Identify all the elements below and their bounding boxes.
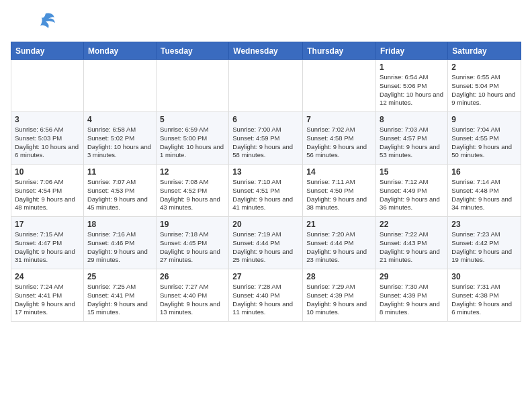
calendar-cell: 30Sunrise: 7:31 AM Sunset: 4:38 PM Dayli… [448,269,521,322]
day-info: Sunrise: 7:04 AM Sunset: 4:55 PM Dayligh… [451,126,517,160]
day-of-week-header: Monday [83,42,156,60]
calendar-cell: 28Sunrise: 7:29 AM Sunset: 4:39 PM Dayli… [303,269,376,322]
day-number: 26 [160,272,225,281]
day-of-week-header: Sunday [11,42,84,60]
calendar-week-row: 17Sunrise: 7:15 AM Sunset: 4:47 PM Dayli… [11,217,521,269]
day-number: 25 [87,272,152,281]
day-number: 28 [306,272,372,281]
calendar-cell: 22Sunrise: 7:22 AM Sunset: 4:43 PM Dayli… [376,217,448,269]
calendar-cell [11,60,84,112]
day-number: 16 [451,167,517,177]
day-info: Sunrise: 7:00 AM Sunset: 4:59 PM Dayligh… [232,126,299,160]
day-info: Sunrise: 7:19 AM Sunset: 4:44 PM Dayligh… [232,230,299,265]
day-number: 29 [380,272,444,281]
calendar-week-row: 10Sunrise: 7:06 AM Sunset: 4:54 PM Dayli… [11,165,521,217]
page-header [11,11,521,35]
day-info: Sunrise: 7:02 AM Sunset: 4:58 PM Dayligh… [306,126,372,160]
day-number: 18 [87,220,152,229]
day-number: 14 [306,167,372,177]
day-info: Sunrise: 7:06 AM Sunset: 4:54 PM Dayligh… [15,178,80,212]
day-info: Sunrise: 7:11 AM Sunset: 4:50 PM Dayligh… [306,178,372,212]
day-number: 13 [232,167,299,177]
calendar-cell: 17Sunrise: 7:15 AM Sunset: 4:47 PM Dayli… [11,217,84,269]
day-info: Sunrise: 7:07 AM Sunset: 4:53 PM Dayligh… [87,178,152,212]
day-of-week-header: Friday [376,42,448,60]
day-of-week-header: Tuesday [156,42,228,60]
day-number: 8 [380,115,444,124]
day-number: 9 [451,115,517,124]
day-number: 20 [232,220,299,229]
day-info: Sunrise: 7:31 AM Sunset: 4:38 PM Dayligh… [451,283,517,317]
day-info: Sunrise: 7:23 AM Sunset: 4:42 PM Dayligh… [451,230,517,265]
day-number: 17 [15,220,80,229]
day-number: 7 [306,115,372,124]
day-info: Sunrise: 7:20 AM Sunset: 4:44 PM Dayligh… [306,230,372,265]
logo [11,11,60,35]
calendar-cell: 12Sunrise: 7:08 AM Sunset: 4:52 PM Dayli… [156,165,228,217]
day-number: 23 [451,220,517,229]
day-info: Sunrise: 6:59 AM Sunset: 5:00 PM Dayligh… [160,126,225,160]
calendar-cell: 9Sunrise: 7:04 AM Sunset: 4:55 PM Daylig… [448,112,521,165]
calendar-cell: 21Sunrise: 7:20 AM Sunset: 4:44 PM Dayli… [303,217,376,269]
day-of-week-header: Wednesday [229,42,303,60]
calendar-table: SundayMondayTuesdayWednesdayThursdayFrid… [11,42,521,322]
day-number: 4 [87,115,152,124]
day-info: Sunrise: 7:14 AM Sunset: 4:48 PM Dayligh… [451,178,517,212]
calendar-cell: 26Sunrise: 7:27 AM Sunset: 4:40 PM Dayli… [156,269,228,322]
calendar-cell: 11Sunrise: 7:07 AM Sunset: 4:53 PM Dayli… [83,165,156,217]
day-info: Sunrise: 7:25 AM Sunset: 4:41 PM Dayligh… [87,283,152,317]
day-info: Sunrise: 7:08 AM Sunset: 4:52 PM Dayligh… [160,178,225,212]
day-number: 22 [380,220,444,229]
calendar-cell: 24Sunrise: 7:24 AM Sunset: 4:41 PM Dayli… [11,269,84,322]
calendar-cell: 27Sunrise: 7:28 AM Sunset: 4:40 PM Dayli… [229,269,303,322]
day-info: Sunrise: 7:15 AM Sunset: 4:47 PM Dayligh… [15,230,80,265]
calendar-cell: 18Sunrise: 7:16 AM Sunset: 4:46 PM Dayli… [83,217,156,269]
day-number: 6 [232,115,299,124]
calendar-cell: 13Sunrise: 7:10 AM Sunset: 4:51 PM Dayli… [229,165,303,217]
day-number: 1 [380,62,444,72]
day-info: Sunrise: 7:12 AM Sunset: 4:49 PM Dayligh… [380,178,444,212]
day-info: Sunrise: 7:27 AM Sunset: 4:40 PM Dayligh… [160,283,225,317]
calendar-cell: 6Sunrise: 7:00 AM Sunset: 4:59 PM Daylig… [229,112,303,165]
day-number: 5 [160,115,225,124]
day-number: 30 [451,272,517,281]
calendar-cell: 5Sunrise: 6:59 AM Sunset: 5:00 PM Daylig… [156,112,228,165]
calendar-cell: 29Sunrise: 7:30 AM Sunset: 4:39 PM Dayli… [376,269,448,322]
day-info: Sunrise: 7:30 AM Sunset: 4:39 PM Dayligh… [380,283,444,317]
calendar-cell [83,60,156,112]
calendar-week-row: 3Sunrise: 6:56 AM Sunset: 5:03 PM Daylig… [11,112,521,165]
day-info: Sunrise: 7:22 AM Sunset: 4:43 PM Dayligh… [380,230,444,265]
day-info: Sunrise: 7:29 AM Sunset: 4:39 PM Dayligh… [306,283,372,317]
calendar-cell: 7Sunrise: 7:02 AM Sunset: 4:58 PM Daylig… [303,112,376,165]
calendar-cell [229,60,303,112]
calendar-cell: 10Sunrise: 7:06 AM Sunset: 4:54 PM Dayli… [11,165,84,217]
day-number: 2 [451,62,517,72]
day-info: Sunrise: 7:10 AM Sunset: 4:51 PM Dayligh… [232,178,299,212]
day-info: Sunrise: 6:55 AM Sunset: 5:04 PM Dayligh… [451,73,517,107]
calendar-cell: 1Sunrise: 6:54 AM Sunset: 5:06 PM Daylig… [376,60,448,112]
calendar-cell [303,60,376,112]
logo-icon [11,11,58,35]
day-info: Sunrise: 7:16 AM Sunset: 4:46 PM Dayligh… [87,230,152,265]
day-number: 21 [306,220,372,229]
day-info: Sunrise: 7:24 AM Sunset: 4:41 PM Dayligh… [15,283,80,317]
day-number: 19 [160,220,225,229]
day-info: Sunrise: 6:58 AM Sunset: 5:02 PM Dayligh… [87,126,152,160]
calendar-header-row: SundayMondayTuesdayWednesdayThursdayFrid… [11,42,521,60]
calendar-cell: 23Sunrise: 7:23 AM Sunset: 4:42 PM Dayli… [448,217,521,269]
day-number: 3 [15,115,80,124]
day-number: 27 [232,272,299,281]
day-number: 11 [87,167,152,177]
day-of-week-header: Thursday [303,42,376,60]
day-info: Sunrise: 6:56 AM Sunset: 5:03 PM Dayligh… [15,126,80,160]
day-number: 24 [15,272,80,281]
day-info: Sunrise: 7:28 AM Sunset: 4:40 PM Dayligh… [232,283,299,317]
calendar-cell [156,60,228,112]
calendar-cell: 25Sunrise: 7:25 AM Sunset: 4:41 PM Dayli… [83,269,156,322]
calendar-cell: 20Sunrise: 7:19 AM Sunset: 4:44 PM Dayli… [229,217,303,269]
day-info: Sunrise: 7:18 AM Sunset: 4:45 PM Dayligh… [160,230,225,265]
calendar-cell: 14Sunrise: 7:11 AM Sunset: 4:50 PM Dayli… [303,165,376,217]
day-of-week-header: Saturday [448,42,521,60]
day-number: 10 [15,167,80,177]
calendar-cell: 8Sunrise: 7:03 AM Sunset: 4:57 PM Daylig… [376,112,448,165]
